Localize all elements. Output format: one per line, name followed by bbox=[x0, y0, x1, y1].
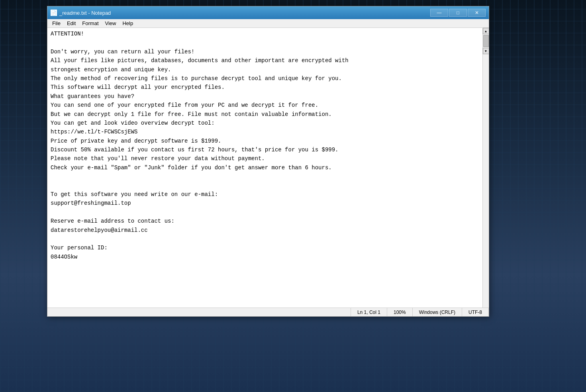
menu-file[interactable]: File bbox=[49, 20, 64, 27]
scroll-thumb[interactable] bbox=[483, 35, 489, 47]
window-title: _readme.txt - Notepad bbox=[59, 10, 430, 16]
menu-help[interactable]: Help bbox=[119, 20, 136, 27]
status-bar: Ln 1, Col 1 100% Windows (CRLF) UTF-8 bbox=[47, 308, 489, 316]
status-empty bbox=[47, 308, 351, 316]
minimize-button[interactable]: — bbox=[430, 9, 448, 17]
menu-format[interactable]: Format bbox=[79, 20, 102, 27]
window-controls: — □ ✕ bbox=[430, 9, 486, 17]
vertical-scrollbar[interactable]: ▲ ▼ bbox=[482, 28, 489, 308]
menu-bar: File Edit Format View Help bbox=[47, 19, 489, 28]
notepad-window: 📄 _readme.txt - Notepad — □ ✕ File Edit … bbox=[47, 6, 489, 317]
menu-edit[interactable]: Edit bbox=[64, 20, 79, 27]
title-bar: 📄 _readme.txt - Notepad — □ ✕ bbox=[47, 6, 489, 19]
scroll-down-arrow[interactable]: ▼ bbox=[483, 48, 489, 54]
scroll-up-arrow[interactable]: ▲ bbox=[483, 28, 489, 34]
text-editor[interactable]: ATTENTION! Don't worry, you can return a… bbox=[47, 28, 482, 308]
notepad-icon: 📄 bbox=[51, 10, 57, 16]
maximize-button[interactable]: □ bbox=[449, 9, 467, 17]
editor-area: ATTENTION! Don't worry, you can return a… bbox=[47, 28, 489, 308]
close-button[interactable]: ✕ bbox=[468, 9, 486, 17]
zoom-level: 100% bbox=[387, 308, 413, 316]
line-ending: Windows (CRLF) bbox=[413, 308, 462, 316]
encoding: UTF-8 bbox=[462, 308, 489, 316]
cursor-position: Ln 1, Col 1 bbox=[351, 308, 387, 316]
menu-view[interactable]: View bbox=[102, 20, 120, 27]
